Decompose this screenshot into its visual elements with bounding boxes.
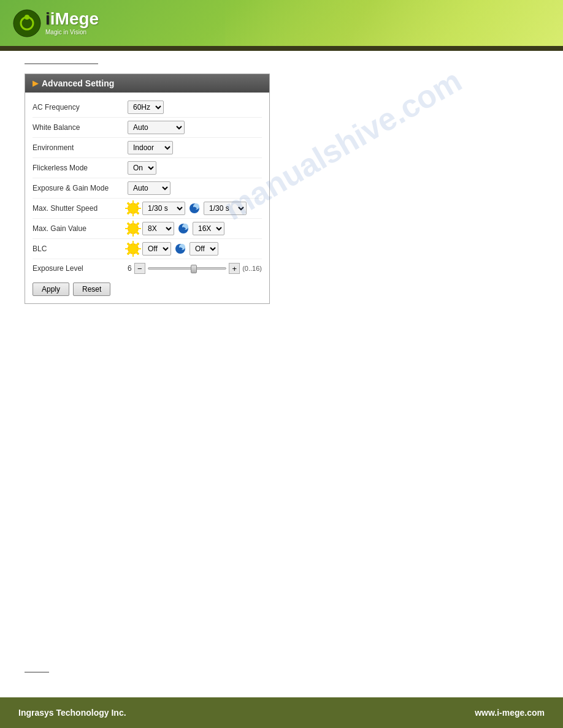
- moon-icon-gain: [178, 223, 189, 234]
- reset-button[interactable]: Reset: [73, 282, 110, 296]
- blc-row: BLC Off On Off: [33, 239, 262, 259]
- flickerless-label: Flickerless Mode: [33, 164, 128, 172]
- footer-company: Ingrasys Techonology Inc.: [18, 708, 126, 718]
- shutter-speed-row: Max. Shutter Speed 1/30 s 1/60 s 1/100 s: [33, 199, 262, 219]
- environment-control: Indoor Outdoor: [128, 141, 262, 154]
- exposure-gain-mode-row: Exposure & Gain Mode Auto Manual: [33, 178, 262, 199]
- button-row: Apply Reset: [33, 278, 262, 298]
- panel-arrow-icon: ▶: [33, 79, 38, 88]
- main-content: ▶ Advanced Setting AC Frequency 60Hz 50H…: [0, 51, 563, 694]
- moon-icon: [189, 203, 200, 214]
- exposure-level-label: Exposure Level: [33, 264, 128, 273]
- ac-frequency-select[interactable]: 60Hz 50Hz: [128, 100, 164, 114]
- logo-tagline: Magic in Vision: [45, 29, 99, 36]
- blc-night-select[interactable]: Off On: [190, 242, 218, 256]
- exposure-slider-container: [148, 263, 227, 274]
- exposure-range-hint: (0..16): [242, 265, 262, 272]
- ac-frequency-row: AC Frequency 60Hz 50Hz: [33, 97, 262, 118]
- sun-icon-blc: [128, 243, 139, 254]
- footer-website: www.i-mege.com: [475, 708, 545, 718]
- environment-select[interactable]: Indoor Outdoor: [128, 141, 173, 154]
- gain-value-day-select[interactable]: 8X 16X 32X: [142, 222, 174, 235]
- shutter-speed-night-select[interactable]: 1/30 s 1/60 s 1/100 s: [204, 202, 247, 215]
- svg-point-0: [13, 10, 40, 37]
- flickerless-control: On Off: [128, 161, 262, 175]
- moon-icon-blc: [175, 243, 186, 254]
- exposure-gain-mode-control: Auto Manual: [128, 181, 262, 195]
- blc-control: Off On Off On: [128, 242, 262, 256]
- white-balance-select[interactable]: Auto Indoor Outdoor Fluorescent: [128, 121, 185, 134]
- ac-frequency-control: 60Hz 50Hz: [128, 100, 262, 114]
- shutter-speed-label: Max. Shutter Speed: [33, 204, 128, 213]
- logo-text: iiMege Magic in Vision: [45, 10, 99, 36]
- sun-icon: [128, 203, 139, 214]
- header: iiMege Magic in Vision: [0, 0, 563, 46]
- logo: iiMege Magic in Vision: [12, 9, 99, 38]
- exposure-gain-mode-select[interactable]: Auto Manual: [128, 181, 170, 195]
- advanced-panel: ▶ Advanced Setting AC Frequency 60Hz 50H…: [25, 74, 270, 304]
- environment-label: Environment: [33, 143, 128, 152]
- exposure-slider-thumb[interactable]: [191, 265, 197, 273]
- gain-value-label: Max. Gain Value: [33, 224, 128, 233]
- logo-icon: [12, 9, 42, 38]
- exposure-slider-track: [148, 267, 227, 270]
- svg-point-2: [25, 15, 29, 20]
- exposure-level-value: 6: [128, 264, 132, 273]
- panel-header: ▶ Advanced Setting: [25, 74, 269, 93]
- panel-body: AC Frequency 60Hz 50Hz White Balance Aut…: [25, 93, 269, 303]
- blc-day-select[interactable]: Off On: [142, 242, 171, 256]
- flickerless-row: Flickerless Mode On Off: [33, 158, 262, 178]
- panel-title: Advanced Setting: [42, 78, 114, 88]
- header-bar: [0, 46, 563, 51]
- footer: Ingrasys Techonology Inc. www.i-mege.com: [0, 697, 563, 728]
- exposure-level-row: Exposure Level 6 − + (0..16): [33, 259, 262, 278]
- shutter-speed-control: 1/30 s 1/60 s 1/100 s 1/30 s: [128, 202, 262, 215]
- white-balance-label: White Balance: [33, 123, 128, 132]
- environment-row: Environment Indoor Outdoor: [33, 138, 262, 158]
- flickerless-select[interactable]: On Off: [128, 161, 156, 175]
- apply-button[interactable]: Apply: [33, 282, 69, 296]
- ac-frequency-label: AC Frequency: [33, 103, 128, 112]
- white-balance-row: White Balance Auto Indoor Outdoor Fluore…: [33, 118, 262, 138]
- bottom-divider: [25, 672, 49, 673]
- gain-value-night-select[interactable]: 16X 8X 32X: [193, 222, 224, 235]
- shutter-speed-day-select[interactable]: 1/30 s 1/60 s 1/100 s: [142, 202, 185, 215]
- top-divider: [25, 63, 98, 64]
- exposure-increase-button[interactable]: +: [229, 263, 240, 274]
- gain-value-row: Max. Gain Value 8X 16X 32X: [33, 219, 262, 239]
- exposure-gain-mode-label: Exposure & Gain Mode: [33, 184, 128, 192]
- exposure-decrease-button[interactable]: −: [134, 263, 145, 274]
- sun-icon-gain: [128, 223, 139, 234]
- gain-value-control: 8X 16X 32X 16X 8X 32X: [128, 222, 262, 235]
- logo-brand: iiMege: [45, 10, 99, 28]
- white-balance-control: Auto Indoor Outdoor Fluorescent: [128, 121, 262, 134]
- blc-label: BLC: [33, 245, 128, 253]
